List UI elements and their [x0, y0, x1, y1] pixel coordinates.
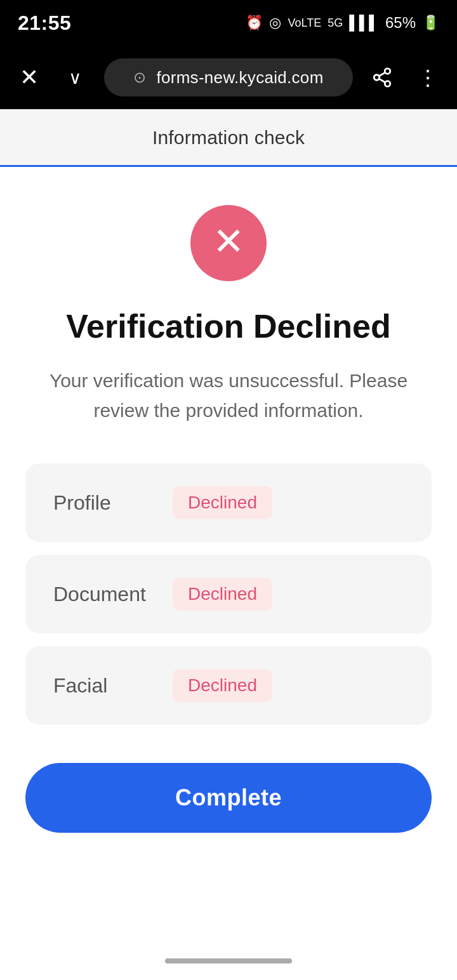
share-button[interactable] — [366, 61, 399, 94]
document-status-item: Document Declined — [25, 555, 432, 633]
home-indicator — [0, 942, 457, 980]
page-title: Information check — [0, 127, 457, 165]
profile-status-badge: Declined — [173, 486, 272, 519]
close-button[interactable]: ✕ — [13, 61, 46, 94]
main-content: ✕ Verification Declined Your verificatio… — [0, 167, 457, 980]
signal-icon: ▌▌▌ — [349, 15, 379, 31]
more-button[interactable]: ⋮ — [411, 61, 444, 94]
battery-level: 65% — [385, 14, 416, 32]
error-icon-circle: ✕ — [190, 205, 267, 281]
profile-icon: ⊙ — [133, 69, 146, 86]
facial-status-badge: Declined — [173, 669, 272, 702]
document-label: Document — [53, 583, 155, 606]
document-status-badge: Declined — [173, 578, 272, 611]
battery-icon: 🔋 — [422, 15, 439, 31]
dropdown-button[interactable]: ∨ — [58, 61, 91, 94]
url-text: forms-new.kycaid.com — [156, 68, 323, 88]
verification-title: Verification Declined — [66, 307, 391, 346]
profile-label: Profile — [53, 491, 155, 515]
page-header: Information check — [0, 109, 457, 167]
status-items-list: Profile Declined Document Declined Facia… — [25, 463, 432, 725]
facial-status-item: Facial Declined — [25, 646, 432, 725]
svg-line-4 — [379, 72, 385, 76]
status-bar: 21:55 ⏰ ◎ VoLTE 5G ▌▌▌ 65% 🔋 — [0, 0, 457, 46]
home-indicator-bar — [165, 958, 292, 963]
error-x-icon: ✕ — [213, 223, 244, 261]
complete-button[interactable]: Complete — [25, 763, 432, 833]
5g-icon: 5G — [328, 17, 343, 30]
url-bar[interactable]: ⊙ forms-new.kycaid.com — [104, 58, 353, 96]
status-time: 21:55 — [18, 11, 71, 35]
svg-line-3 — [379, 79, 385, 83]
facial-label: Facial — [53, 674, 155, 698]
verification-subtitle: Your verification was unsuccessful. Plea… — [44, 366, 413, 425]
browser-bar: ✕ ∨ ⊙ forms-new.kycaid.com ⋮ — [0, 46, 457, 109]
alarm-icon: ⏰ — [246, 15, 263, 31]
status-icons: ⏰ ◎ VoLTE 5G ▌▌▌ 65% 🔋 — [246, 14, 439, 32]
profile-status-item: Profile Declined — [25, 463, 432, 542]
hotspot-icon: ◎ — [269, 15, 281, 31]
volte-icon: VoLTE — [288, 17, 321, 30]
